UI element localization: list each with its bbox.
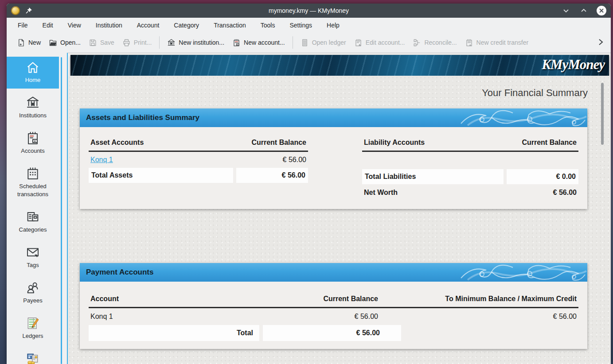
liability-accounts-table: Liability Accounts Current Balance Total… (362, 132, 578, 201)
home-icon (26, 60, 40, 74)
menu-institution[interactable]: Institution (94, 20, 124, 31)
menu-file[interactable]: File (16, 20, 29, 31)
investments-icon (26, 352, 40, 364)
bank-icon (26, 96, 40, 110)
page-title: Your Financial Summary (68, 87, 588, 99)
edit-account-button[interactable]: Edit account... (350, 36, 409, 50)
new-file-button[interactable]: New (13, 36, 45, 50)
sidebar-item-institutions[interactable]: Institutions (7, 92, 59, 124)
open-ledger-button[interactable]: Open ledger (297, 36, 350, 50)
account-link-konq1[interactable]: Konq 1 (90, 313, 113, 320)
account-balance: € 56.00 (258, 313, 399, 321)
tags-icon (26, 245, 40, 259)
menu-category[interactable]: Category (172, 20, 200, 31)
flourish-ornament (459, 108, 587, 127)
total-assets-row: Total Assets € 56.00 (89, 168, 308, 183)
toolbar-separator (159, 36, 160, 49)
pin-icon[interactable] (25, 7, 32, 14)
open-file-button[interactable]: Open... (45, 36, 85, 50)
reconcile-icon (413, 39, 421, 47)
net-worth-value: € 56.00 (553, 189, 577, 197)
home-view: KMyMoney Your Financial Summary Assets a… (67, 53, 611, 364)
bank-icon (167, 39, 176, 47)
account-link-konq1[interactable]: Konq 1 (90, 156, 113, 164)
toolbar-overflow-button[interactable] (594, 35, 607, 50)
total-liabilities-row: Total Liabilities € 0.00 (362, 169, 578, 184)
total-liabilities-label: Total Liabilities (362, 169, 504, 184)
total-value: € 56.00 (263, 325, 401, 341)
payment-accounts-header: Payment Accounts (80, 263, 587, 282)
chevron-right-icon (597, 38, 605, 46)
net-worth-label: Net Worth (364, 189, 398, 197)
sidebar-item-scheduled-transactions[interactable]: Scheduled transactions (7, 163, 59, 203)
sidebar-item-tags[interactable]: Tags (7, 242, 59, 274)
total-assets-value: € 56.00 (236, 168, 308, 183)
maximize-button[interactable] (579, 6, 589, 15)
payment-accounts-panel: Payment Accounts (80, 263, 587, 349)
ledger-lines-icon (301, 39, 309, 47)
new-document-icon (17, 39, 25, 47)
printer-icon (122, 39, 131, 47)
menu-edit[interactable]: Edit (41, 20, 55, 31)
menu-account[interactable]: Account (136, 20, 161, 31)
flourish-ornament (459, 263, 587, 282)
folder-icon (49, 39, 57, 47)
total-liabilities-value: € 0.00 (507, 169, 578, 184)
ledgers-icon (26, 316, 40, 330)
sidebar-navigation: Home Institutions Accounts (7, 53, 59, 364)
menu-help[interactable]: Help (325, 20, 341, 31)
categories-icon (26, 210, 40, 224)
new-account-button[interactable]: New account... (228, 36, 289, 50)
column-header-current-balance: Current Balance (258, 295, 399, 303)
save-button[interactable]: Save (85, 36, 118, 50)
accounts-icon (26, 131, 40, 145)
new-institution-button[interactable]: New institution... (163, 36, 228, 50)
menu-settings[interactable]: Settings (288, 20, 313, 31)
assets-liabilities-panel: Assets and Liabilities Summary (80, 108, 587, 209)
menu-transaction[interactable]: Transaction (212, 20, 247, 31)
edit-account-icon (354, 39, 363, 47)
app-icon (11, 6, 20, 15)
sidebar-scrollbar-thumb[interactable] (61, 57, 62, 364)
close-button[interactable] (597, 6, 606, 15)
kmymoney-logo: KMyMoney (542, 57, 605, 73)
titlebar[interactable]: mymoney.kmy — KMyMoney (7, 4, 611, 18)
toolbar-separator (293, 36, 293, 49)
payment-table-header: Account Current Balance To Minimum Balan… (89, 292, 578, 308)
print-button[interactable]: Print... (118, 36, 156, 50)
sidebar-item-home[interactable]: Home (7, 57, 59, 89)
empty-row (362, 152, 578, 169)
sidebar-item-accounts[interactable]: Accounts (7, 128, 59, 159)
net-worth-row: Net Worth € 56.00 (362, 184, 578, 201)
reconcile-button[interactable]: Reconcile... (409, 36, 461, 50)
calendar-icon (26, 167, 40, 181)
sidebar-item-ledgers[interactable]: Ledgers (7, 313, 59, 345)
column-header-liability-accounts: Liability Accounts (364, 139, 425, 147)
sidebar-item-payees[interactable]: Payees (7, 277, 59, 309)
menu-view[interactable]: View (66, 20, 82, 31)
financial-summary-page: Your Financial Summary Assets and Liabil… (68, 76, 611, 364)
column-header-to-minimum-balance: To Minimum Balance / Maximum Credit (399, 295, 577, 303)
column-header-current-balance: Current Balance (522, 139, 577, 147)
save-icon (89, 39, 97, 47)
column-header-asset-accounts: Asset Accounts (90, 139, 144, 147)
payees-icon (26, 281, 40, 295)
sidebar-item-categories[interactable]: Categories (7, 206, 59, 238)
menu-tools[interactable]: Tools (259, 20, 277, 31)
account-balance: € 56.00 (283, 156, 306, 164)
sidebar-item-investments[interactable]: Investments (7, 348, 59, 364)
section-title: Payment Accounts (86, 263, 153, 282)
content-scrollbar-thumb[interactable] (601, 83, 604, 145)
total-assets-label: Total Assets (89, 168, 233, 183)
new-credit-transfer-button[interactable]: New credit transfer (461, 36, 532, 50)
payment-total-row: Total € 56.00 (89, 325, 401, 341)
total-label: Total (89, 325, 259, 341)
asset-accounts-table: Asset Accounts Current Balance Konq 1 € … (89, 132, 308, 201)
table-row: Konq 1 € 56.00 (89, 152, 308, 168)
column-header-account: Account (90, 295, 258, 303)
section-title: Assets and Liabilities Summary (86, 108, 199, 127)
assets-liabilities-header: Assets and Liabilities Summary (80, 108, 587, 127)
sidebar-scrollbar[interactable] (59, 53, 67, 364)
account-to-minimum: € 56.00 (399, 313, 577, 321)
minimize-button[interactable] (561, 6, 571, 15)
